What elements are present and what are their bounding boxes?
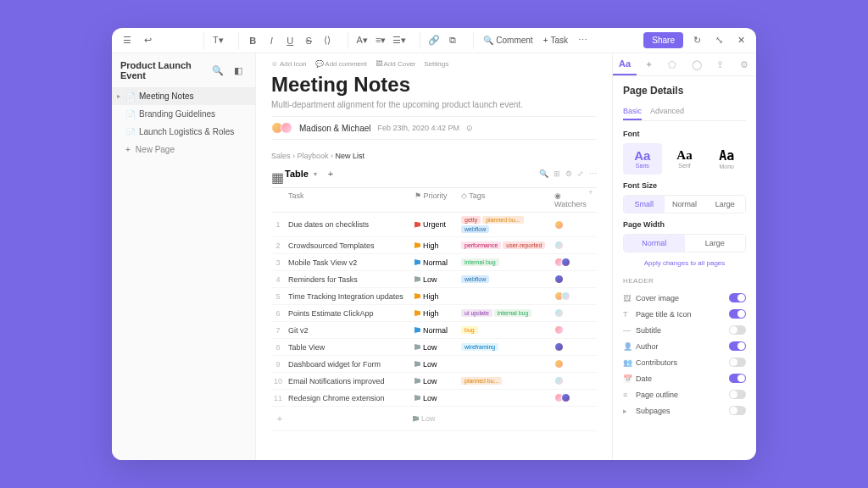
list-dropdown[interactable]: ☰▾ [391,32,408,49]
comment-button[interactable]: 🔍 Comment [479,32,537,49]
fontsize-large[interactable]: Large [704,196,745,213]
table-row[interactable]: 10Email Notifications improvedLowplanned… [271,373,597,390]
sidebar-item[interactable]: 📄Branding Guidelines [112,105,255,123]
tab-ai-icon[interactable]: ✦ [637,53,660,75]
add-comment-action[interactable]: 💬 Add comment [315,60,367,68]
table-row[interactable]: 3Mobile Task View v2Normalinternal bug [271,254,597,271]
expand-icon[interactable]: ⤢ [577,169,584,178]
table-row[interactable]: 2Crowdsourced TemplatesHighperformanceus… [271,237,597,254]
toggle-switch[interactable] [729,358,746,367]
table-row[interactable]: 1Due dates on checklistsUrgentgettyplann… [271,213,597,237]
priority-cell[interactable]: Low [415,377,454,385]
task-cell[interactable]: Git v2 [285,323,411,338]
text-style-dropdown[interactable]: T▾ [209,32,226,49]
menu-icon[interactable]: ☰ [119,32,136,49]
strikethrough-icon[interactable]: S [300,32,317,49]
fontsize-normal[interactable]: Normal [665,196,705,213]
priority-cell[interactable]: Low [415,275,454,284]
task-cell[interactable]: Table View [285,340,411,355]
priority-cell[interactable]: Normal [415,258,454,267]
close-icon[interactable]: ✕ [732,32,749,49]
task-button[interactable]: + Task [539,32,572,49]
task-cell[interactable] [287,415,409,422]
toggle-switch[interactable] [729,293,746,302]
link-icon[interactable]: 🔗 [426,32,442,49]
table-row[interactable]: 6Points Estimate ClickAppHighui updatein… [271,305,597,322]
filter-icon[interactable]: ⊞ [554,169,560,178]
column-watchers[interactable]: ◉ Watchers [551,188,585,212]
bookmark-icon[interactable]: ⧉ [444,32,461,49]
task-cell[interactable]: Due dates on checklists [285,217,411,232]
sidebar-item[interactable]: 📄Launch Logistics & Roles [112,123,255,141]
toggle-switch[interactable] [729,325,746,335]
settings-action[interactable]: Settings [424,60,448,68]
tag[interactable]: performance [461,241,501,249]
add-column-button[interactable]: + [585,188,597,212]
toggle-switch[interactable] [729,390,746,399]
share-button[interactable]: Share [643,32,683,48]
tab-shape-icon[interactable]: ⬠ [660,53,684,75]
toggle-switch[interactable] [729,341,746,351]
settings-icon[interactable]: ⚙ [565,169,572,178]
task-cell[interactable]: Points Estimate ClickApp [285,306,411,321]
priority-cell[interactable]: Urgent [415,220,454,229]
tag[interactable]: getty [461,216,481,224]
collapse-icon[interactable]: ⤡ [710,32,727,49]
task-cell[interactable]: Redesign Chrome extension [285,391,411,406]
priority-cell[interactable]: Low [415,360,454,369]
more-icon[interactable]: ⋯ [574,32,591,49]
pagewidth-large[interactable]: Large [685,235,746,252]
priority-cell[interactable]: Normal [415,326,454,335]
tag[interactable]: bug [461,326,478,334]
tab-gear-icon[interactable]: ⚙ [732,53,756,75]
task-cell[interactable]: Reminders for Tasks [285,272,411,287]
add-view-button[interactable]: + [322,165,339,182]
tab-text[interactable]: Aa [613,53,637,75]
search-table-icon[interactable]: 🔍 [539,169,548,178]
font-mono-option[interactable]: AaMono [707,143,746,175]
priority-cell[interactable]: High [415,241,454,250]
back-icon[interactable]: ↩ [139,32,156,49]
sidebar-toggle-icon[interactable]: ◧ [230,62,247,79]
new-page-button[interactable]: + New Page [112,141,255,158]
page-title[interactable]: Meeting Notes [271,73,597,97]
subtab-advanced[interactable]: Advanced [650,103,684,120]
font-sans-option[interactable]: AaSans [623,143,662,175]
table-row[interactable]: 9Dashboard widget for FormLow [271,356,597,373]
table-row[interactable]: 5Time Tracking Integration updatesHigh [271,288,597,305]
tag[interactable]: webflow [461,225,489,233]
table-row[interactable]: 11Redesign Chrome extensionLow [271,390,597,407]
tab-chat-icon[interactable]: ◯ [685,53,709,75]
align-dropdown[interactable]: ≡▾ [372,32,389,49]
code-icon[interactable]: ⟨⟩ [319,32,336,49]
table-row[interactable]: 7Git v2Normalbug [271,322,597,339]
font-serif-option[interactable]: AaSerif [665,143,704,175]
tag[interactable]: ui update [461,309,492,317]
tag[interactable]: webflow [461,275,489,283]
pagewidth-normal[interactable]: Normal [624,235,685,252]
task-cell[interactable]: Time Tracking Integration updates [285,289,411,304]
fontsize-small[interactable]: Small [624,196,665,213]
task-cell[interactable]: Dashboard widget for Form [285,357,411,372]
priority-cell[interactable]: Low [415,394,454,402]
tag[interactable]: planned bu... [461,377,502,385]
table-row[interactable]: +Low [271,407,597,431]
more-options-icon[interactable]: ⋯ [589,169,597,178]
italic-icon[interactable]: I [263,32,280,49]
add-icon-action[interactable]: ☺ Add Icon [271,60,307,68]
table-row[interactable]: 4Reminders for TasksLowwebflow [271,271,597,288]
underline-icon[interactable]: U [281,32,298,49]
page-subtitle[interactable]: Multi-department alignment for the upcom… [271,100,597,109]
column-task[interactable]: Task [285,188,411,212]
table-row[interactable]: 8Table ViewLowwireframing [271,339,597,356]
toggle-switch[interactable] [729,309,746,319]
toggle-switch[interactable] [729,406,746,415]
table-view-name[interactable]: Table [285,169,309,179]
priority-cell[interactable]: Low [413,414,453,423]
tag[interactable]: user-reported [503,241,545,249]
tag[interactable]: wireframing [461,343,498,351]
sidebar-item[interactable]: ▸📄Meeting Notes [112,87,255,105]
bold-icon[interactable]: B [244,32,261,49]
history-icon[interactable]: ↻ [688,32,705,49]
task-cell[interactable]: Crowdsourced Templates [285,238,411,253]
